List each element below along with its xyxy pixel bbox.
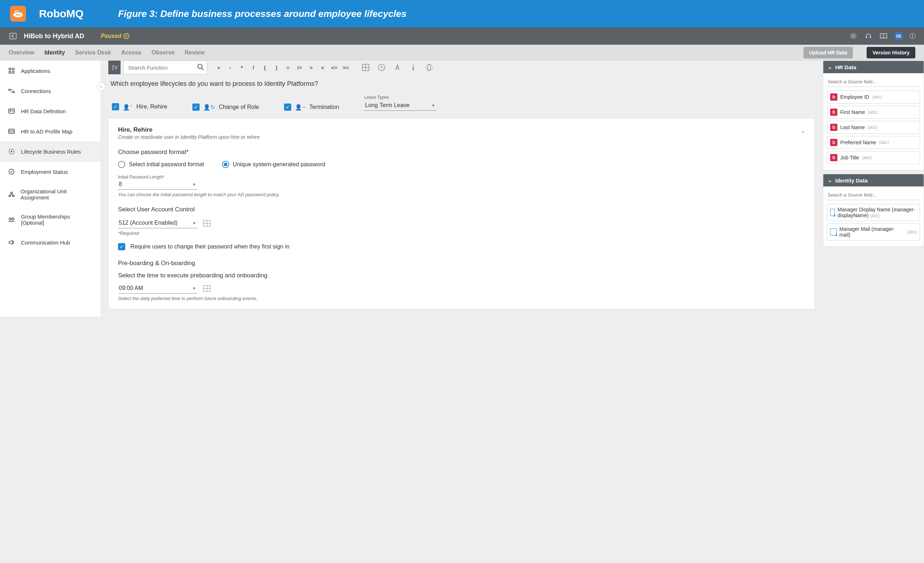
globe-tool-icon[interactable] [424,63,434,72]
info-icon[interactable]: ! [910,33,915,39]
hr-field-search-input[interactable] [827,77,920,87]
field-chip[interactable]: bLast Name(abc) [827,121,920,134]
tab-review[interactable]: Review [185,49,205,56]
sidebar-item-group-memberships[interactable]: Group Memberships [Optional] [0,207,101,232]
lifecycle-termination[interactable]: ✓ 👤− Termination [284,103,339,111]
search-icon[interactable] [197,63,204,71]
field-chip[interactable]: Manager Display Name (manager-displayNam… [827,204,920,221]
collapse-card-icon[interactable]: ⌃ [801,130,805,136]
op-multiply[interactable]: * [237,62,247,72]
top-banner: RoboMQ Figure 3: Define business process… [0,0,924,27]
collapse-sidebar-button[interactable]: ‹ [97,82,105,91]
gear-icon[interactable] [849,32,858,40]
sidebar-item-connections[interactable]: Connections [0,81,101,101]
sidebar-item-label: Lifecycle Business Rules [21,148,81,155]
field-chip[interactable]: bEmployee ID(abc) [827,91,920,103]
brand-logo [10,6,26,22]
tab-access[interactable]: Access [121,49,141,56]
field-chip[interactable]: bFirst Name(abc) [827,106,920,119]
op-lt[interactable]: < [318,62,328,72]
op-lte[interactable]: <= [329,62,339,72]
password-length-select[interactable]: 8 [118,180,197,190]
identity-field-search-input[interactable] [827,190,920,200]
op-gt[interactable]: > [306,62,316,72]
grid-picker-icon[interactable] [203,285,210,292]
sidebar-item-communication-hub[interactable]: Communication Hub [0,232,101,253]
sidebar-item-profile-map[interactable]: HR to AD Profile Map [0,121,101,141]
password-length-help: You can choose the initial password leng… [118,192,805,197]
op-minus[interactable]: - [225,62,236,72]
megaphone-icon [8,239,15,246]
svg-point-33 [198,64,202,69]
op-plus[interactable]: + [214,62,224,72]
panel-header[interactable]: ⌄ Identity Data [823,174,924,186]
sidebar-item-label: HR to AD Profile Map [21,129,72,135]
version-history-button[interactable]: Version History [867,47,915,58]
back-icon[interactable] [9,32,17,40]
headset-icon[interactable] [864,32,873,40]
svg-point-30 [12,195,14,197]
op-eq[interactable]: = [283,62,293,72]
checkbox-icon[interactable]: ✓ [284,103,291,111]
field-chip[interactable]: bJob Title(abc) [827,151,920,164]
radio-system-password[interactable]: Unique system-generated password [222,161,325,168]
op-divide[interactable]: / [248,62,258,72]
sidebar-item-applications[interactable]: Applications [0,61,101,81]
sidebar-item-lifecycle-rules[interactable]: Lifecycle Business Rules [0,141,101,162]
uac-select[interactable]: 512 (Account Enabled) [118,218,197,228]
panel-header[interactable]: ⌄ HR Data [823,61,924,73]
svg-point-32 [12,218,14,220]
check-circle-icon [8,168,15,175]
radio-label: Select initial password format [129,161,204,168]
op-rparen[interactable]: ) [272,62,282,72]
search-function-input[interactable] [123,61,207,74]
svg-rect-18 [9,109,14,113]
checkbox-icon[interactable]: ✓ [118,243,125,250]
sidebar-item-ou-assignment[interactable]: Organizational Unit Assignment [0,182,101,207]
lifecycle-hire[interactable]: ✓ 👤+ Hire, Rehire [112,103,167,111]
uac-heading: Select User Account Control [118,206,805,213]
tab-bar: Overview Identity Service Desk Access Ob… [0,45,924,61]
table-tool-icon[interactable] [361,63,370,72]
svg-rect-9 [866,36,867,38]
lifecycle-label: Change of Role [219,104,259,110]
tab-observe[interactable]: Observe [152,49,175,56]
op-gte[interactable]: >= [341,62,351,72]
checkbox-icon[interactable]: ✓ [112,103,119,110]
sidebar-item-label: Employment Status [21,169,68,175]
tab-service-desk[interactable]: Service Desk [75,49,111,56]
grid-picker-icon[interactable] [203,220,210,226]
group-icon [8,216,15,223]
sidebar-item-hr-data-definition[interactable]: HR Data Definition [0,101,101,121]
field-name: First Name [840,109,865,115]
book-icon[interactable] [879,32,888,40]
avatar[interactable]: DE [894,32,903,40]
radio-initial-password[interactable]: Select initial password format [118,161,204,168]
op-neq[interactable]: != [294,62,304,72]
tab-overview[interactable]: Overview [9,49,34,56]
require-password-change-row[interactable]: ✓ Require users to change their password… [118,243,805,250]
onboarding-time-select[interactable]: 09:00 AM [118,283,197,293]
clock-tool-icon[interactable] [377,63,386,72]
field-chip[interactable]: Manager Mail (manager-mail)(abc) [827,223,920,241]
tab-identity[interactable]: Identity [44,49,65,56]
figure-title: Figure 3: Define business processes arou… [118,8,406,19]
op-lparen[interactable]: ( [260,62,270,72]
text-tool-icon[interactable] [393,63,402,72]
field-name: Manager Mail (manager-mail) [840,226,904,238]
field-chip[interactable]: bPreferred Name(abc) [827,136,920,149]
svg-point-42 [428,64,430,71]
leave-types-select[interactable]: Long Term Leave [364,100,436,111]
field-type: (abc) [879,140,889,145]
field-name: Preferred Name [840,139,876,145]
side-nav: Applications Connections HR Data Definit… [0,61,101,317]
upload-hr-button[interactable]: Upload HR Data [804,47,853,58]
sidebar-item-employment-status[interactable]: Employment Status [0,162,101,182]
svg-rect-22 [9,129,14,133]
checkbox-icon[interactable]: ✓ [192,103,200,111]
card-title: Hire, Rehire [118,126,260,133]
svg-point-17 [13,91,14,93]
info-tool-icon[interactable] [409,63,418,72]
lifecycle-change[interactable]: ✓ 👤↻ Change of Role [192,103,259,111]
radio-icon [222,161,229,168]
